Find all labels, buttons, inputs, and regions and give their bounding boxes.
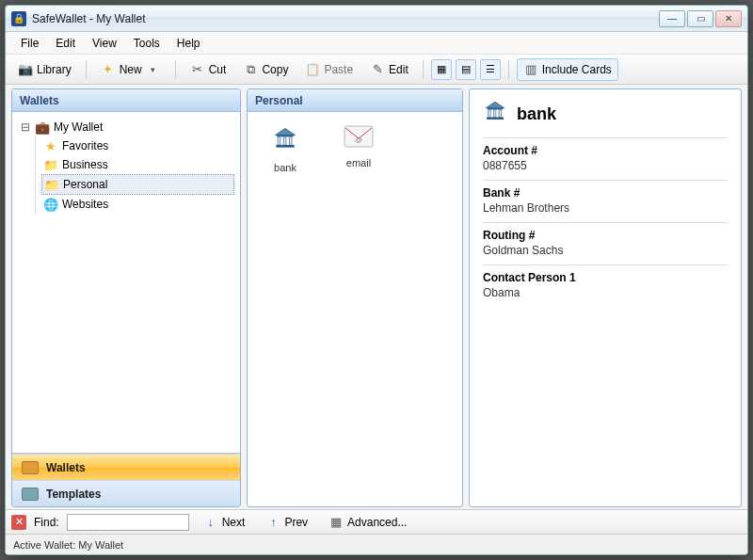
bank-icon: [272, 125, 298, 158]
field-label: Contact Person 1: [483, 271, 728, 284]
field-value: 0887655: [483, 159, 728, 172]
app-window: 🔒 SafeWallet - My Wallet — ▭ ✕ File Edit…: [5, 5, 748, 555]
find-prev-button[interactable]: ↑ Prev: [259, 511, 314, 534]
item-bank[interactable]: bank: [257, 121, 313, 177]
item-email[interactable]: @ email: [330, 121, 387, 177]
menu-view[interactable]: View: [85, 34, 124, 53]
content-area: Wallets ⊟ 💼 My Wallet ★ Favorites 📁 Busi…: [6, 85, 747, 509]
titlebar: 🔒 SafeWallet - My Wallet — ▭ ✕: [6, 6, 747, 32]
new-icon: ✦: [101, 62, 116, 77]
toolbar-sep: [175, 60, 176, 79]
tree-children: ★ Favorites 📁 Business 📁 Personal 🌐 Webs…: [35, 136, 234, 214]
items-view[interactable]: bank @ email: [248, 112, 462, 506]
arrow-down-icon: ↓: [203, 515, 218, 530]
window-title: SafeWallet - My Wallet: [32, 12, 659, 25]
edit-label: Edit: [389, 63, 409, 76]
view-list-button[interactable]: ☰: [480, 59, 501, 80]
find-label: Find:: [34, 516, 59, 529]
field-label: Account #: [483, 144, 728, 157]
detail-field: Contact Person 1 Obama: [483, 264, 728, 307]
find-advanced-label: Advanced...: [347, 516, 407, 529]
status-bar: Active Wallet: My Wallet: [6, 534, 747, 554]
nav-wallets[interactable]: Wallets: [12, 454, 240, 480]
svg-text:@: @: [355, 136, 362, 144]
include-cards-button[interactable]: ▥ Include Cards: [517, 58, 618, 81]
edit-button[interactable]: ✎ Edit: [363, 58, 415, 81]
email-icon: @: [344, 125, 374, 153]
globe-icon: 🌐: [43, 197, 58, 212]
detail-header: bank: [483, 99, 728, 130]
folder-icon: 📁: [44, 177, 59, 192]
find-advanced-button[interactable]: ▦ Advanced...: [322, 511, 413, 534]
view-medium-icons-button[interactable]: ▤: [456, 59, 476, 80]
field-value: Lehman Brothers: [483, 201, 728, 215]
field-label: Routing #: [483, 229, 728, 242]
wallet-tree[interactable]: ⊟ 💼 My Wallet ★ Favorites 📁 Business 📁: [12, 112, 240, 453]
tree-root[interactable]: ⊟ 💼 My Wallet: [18, 118, 234, 136]
menu-edit[interactable]: Edit: [48, 34, 83, 53]
star-icon: ★: [43, 138, 58, 153]
view-small-icons-button[interactable]: ▦: [431, 59, 452, 80]
svg-rect-2: [283, 136, 286, 145]
tree-item-label: Business: [62, 158, 108, 171]
edit-icon: ✎: [370, 62, 385, 77]
detail-field: Account # 0887655: [483, 137, 728, 180]
chevron-down-icon: ▾: [146, 62, 161, 77]
find-input[interactable]: [67, 514, 189, 531]
window-controls: — ▭ ✕: [659, 10, 742, 27]
field-label: Bank #: [483, 186, 728, 200]
toolbar-sep: [508, 60, 509, 79]
tree-item-favorites[interactable]: ★ Favorites: [41, 136, 234, 155]
tree-item-websites[interactable]: 🌐 Websites: [41, 195, 234, 214]
cards-icon: ▥: [523, 62, 538, 77]
templates-nav-icon: [22, 488, 39, 501]
copy-icon: ⧉: [243, 62, 258, 77]
detail-title: bank: [517, 104, 556, 124]
wallets-nav-icon: [22, 461, 39, 474]
svg-rect-8: [489, 109, 490, 117]
nav-templates-label: Templates: [46, 488, 101, 501]
cut-icon: ✂: [190, 62, 205, 77]
minimize-button[interactable]: —: [659, 10, 685, 27]
wallets-panel-title: Wallets: [12, 89, 240, 112]
maximize-button[interactable]: ▭: [687, 10, 713, 27]
close-find-button[interactable]: ✕: [11, 515, 26, 530]
copy-label: Copy: [262, 63, 288, 76]
tree-item-label: Personal: [63, 178, 107, 191]
tree-item-personal[interactable]: 📁 Personal: [41, 174, 234, 195]
tree-root-label: My Wallet: [54, 120, 103, 134]
tree-item-business[interactable]: 📁 Business: [41, 155, 234, 174]
detail-field: Bank # Lehman Brothers: [483, 180, 728, 222]
svg-rect-9: [493, 109, 495, 117]
cut-label: Cut: [209, 63, 227, 76]
nav-buttons: Wallets Templates: [12, 453, 240, 506]
tree-item-label: Websites: [62, 198, 108, 211]
new-button[interactable]: ✦ New ▾: [94, 58, 168, 81]
menu-tools[interactable]: Tools: [126, 34, 168, 53]
library-button[interactable]: 📷 Library: [11, 58, 78, 81]
detail-field: Routing # Goldman Sachs: [483, 222, 728, 264]
new-label: New: [120, 63, 142, 76]
copy-button[interactable]: ⧉ Copy: [236, 58, 295, 81]
svg-rect-3: [289, 136, 292, 145]
svg-rect-4: [276, 145, 294, 148]
menu-file[interactable]: File: [13, 34, 46, 53]
menu-help[interactable]: Help: [169, 34, 208, 53]
app-icon: 🔒: [11, 11, 26, 26]
detail-panel: bank Account # 0887655 Bank # Lehman Bro…: [469, 88, 742, 507]
toolbar-sep: [423, 60, 424, 79]
cut-button[interactable]: ✂ Cut: [184, 58, 233, 81]
nav-templates[interactable]: Templates: [12, 480, 240, 506]
find-next-button[interactable]: ↓ Next: [197, 511, 252, 534]
svg-rect-11: [487, 118, 504, 120]
toolbar-sep: [86, 60, 87, 79]
close-button[interactable]: ✕: [715, 10, 742, 27]
field-value: Obama: [483, 286, 728, 299]
bank-icon: [483, 99, 507, 130]
paste-label: Paste: [324, 63, 353, 76]
toolbar: 📷 Library ✦ New ▾ ✂ Cut ⧉ Copy 📋 Paste ✎…: [6, 55, 747, 85]
find-prev-label: Prev: [284, 516, 308, 529]
paste-button[interactable]: 📋 Paste: [298, 58, 360, 81]
tree-toggle-icon[interactable]: ⊟: [20, 120, 31, 134]
library-icon: 📷: [18, 62, 33, 77]
